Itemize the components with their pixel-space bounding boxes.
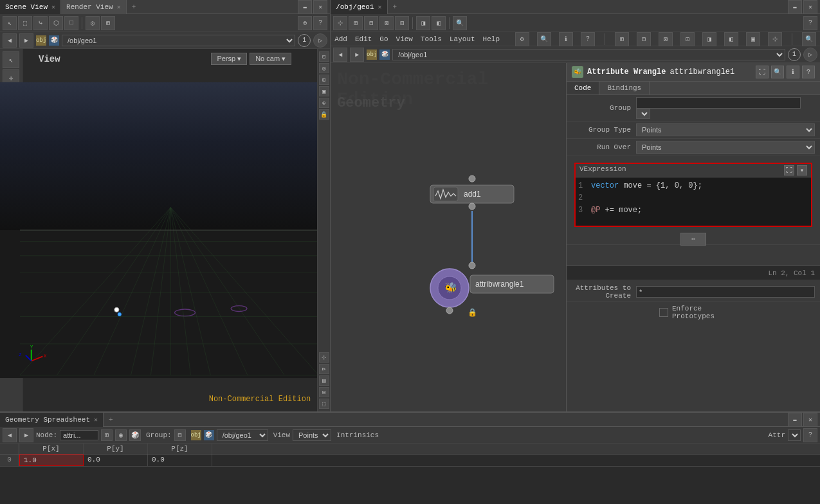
attr-create-input[interactable]: [636, 286, 815, 298]
attr-group-input[interactable]: [636, 97, 801, 109]
menu-view[interactable]: View: [396, 35, 413, 43]
bt-node-icon1[interactable]: ⊞: [101, 429, 113, 441]
tab-scene-view-close[interactable]: ✕: [51, 3, 55, 11]
menu-add[interactable]: Add: [334, 35, 347, 43]
bt-forward[interactable]: ▶: [19, 428, 33, 442]
ss-cell-py-0[interactable]: 0.0: [84, 455, 148, 466]
tool-camera[interactable]: □: [64, 16, 78, 30]
r-tool1[interactable]: ⊹: [333, 16, 347, 30]
right-panel-close[interactable]: ✕: [803, 0, 817, 14]
r-tool-b[interactable]: ⊟: [637, 32, 651, 46]
tab-render-view[interactable]: Render View ✕: [61, 0, 127, 14]
bottom-node-input[interactable]: [60, 430, 98, 440]
attr-search-btn[interactable]: 🔍: [771, 66, 784, 78]
bottom-panel-collapse[interactable]: ▬: [788, 413, 802, 427]
r-tool7[interactable]: ◧: [432, 16, 446, 30]
left-stream[interactable]: ▷: [313, 33, 327, 48]
menu-tools[interactable]: Tools: [421, 35, 442, 43]
tool-select[interactable]: ⬚: [18, 16, 32, 30]
tab-right-close[interactable]: ✕: [378, 3, 382, 11]
attr-info-btn[interactable]: ℹ: [787, 66, 799, 78]
r-tool4[interactable]: ⊠: [379, 16, 394, 30]
r-tool-zoom-in[interactable]: 🔍: [802, 32, 816, 46]
bottom-panel-close[interactable]: ✕: [803, 413, 817, 427]
code-editor[interactable]: VExpression ⛶ ▾ 1 vector move = {1, 0, 0…: [574, 163, 812, 227]
r-tool-a[interactable]: ⊞: [615, 32, 629, 46]
back-btn[interactable]: ◀: [3, 33, 17, 48]
bottom-attr-select[interactable]: ▾: [788, 429, 801, 441]
tool-snapping[interactable]: ⊕: [298, 16, 312, 30]
rt-btn8[interactable]: ⊳: [319, 364, 329, 374]
bt-path-dropdown[interactable]: /obj/geo1: [217, 429, 268, 441]
tool-brush[interactable]: ⬡: [49, 16, 63, 30]
bottom-view-select[interactable]: Points Vertices: [293, 429, 331, 441]
ss-col-py[interactable]: P[y]: [84, 444, 148, 454]
r-help[interactable]: ?: [803, 16, 817, 30]
left-panel-collapse[interactable]: ▬: [298, 0, 312, 14]
left-tab-add[interactable]: +: [127, 3, 141, 11]
bottom-tab-close[interactable]: ✕: [94, 416, 98, 424]
rt-btn10[interactable]: ⊟: [319, 387, 329, 397]
r-tool-e[interactable]: ◨: [702, 32, 716, 46]
code-dropdown-btn[interactable]: ▾: [797, 165, 807, 176]
r-tool-f[interactable]: ◧: [724, 32, 738, 46]
tab-geometry-spreadsheet[interactable]: Geometry Spreadsheet ✕: [0, 413, 104, 427]
right-panel-collapse[interactable]: ▬: [788, 0, 802, 14]
expand-handle[interactable]: ⋯: [680, 233, 706, 246]
r-tool5[interactable]: ⊡: [395, 16, 409, 30]
attr-help-btn[interactable]: ?: [802, 66, 815, 78]
r-tool3[interactable]: ⊟: [364, 16, 378, 30]
tool-help[interactable]: ?: [313, 16, 327, 30]
rt-btn4[interactable]: ▣: [319, 86, 329, 96]
menu-help[interactable]: Help: [483, 35, 500, 43]
tool-arrow[interactable]: ↖: [3, 16, 17, 30]
r-back[interactable]: ◀: [333, 48, 347, 62]
r-tool2[interactable]: ⊞: [349, 16, 363, 30]
ss-cell-pz-0[interactable]: 0.0: [148, 455, 212, 466]
tab-render-view-close[interactable]: ✕: [117, 3, 121, 11]
tool-render-opts[interactable]: ◎: [86, 16, 100, 30]
ss-col-pz[interactable]: P[z]: [148, 444, 212, 454]
bt-back[interactable]: ◀: [3, 428, 17, 442]
right-path-dropdown[interactable]: /obj/geo1: [392, 49, 785, 60]
r-tool-g[interactable]: ▣: [746, 32, 760, 46]
tool-display[interactable]: ⊞: [101, 16, 115, 30]
persp-button[interactable]: Persp ▾: [211, 53, 247, 65]
menu-go[interactable]: Go: [379, 35, 388, 43]
r-settings[interactable]: ⚙: [515, 32, 529, 46]
attr-group-type-dropdown[interactable]: Points Vertices Primitives Detail: [636, 123, 815, 136]
r-tool-d[interactable]: ⊡: [680, 32, 695, 46]
r-tool6[interactable]: ◨: [416, 16, 430, 30]
rt-btn11[interactable]: ⬚: [319, 399, 329, 409]
bt-help[interactable]: ?: [803, 428, 817, 442]
r-search2[interactable]: 🔍: [537, 32, 551, 46]
network-canvas[interactable]: Non-Commercial Edition Geometry: [331, 63, 566, 411]
r-tool-h[interactable]: ⊹: [768, 32, 782, 46]
cam-button[interactable]: No cam ▾: [250, 53, 291, 65]
attr-run-over-dropdown[interactable]: Points Vertices Primitives Detail: [636, 141, 815, 154]
attr-expand-btn[interactable]: ⛶: [756, 66, 769, 78]
r-info[interactable]: ℹ: [559, 32, 573, 46]
right-stream[interactable]: ▷: [803, 48, 817, 62]
rt-btn9[interactable]: ▤: [319, 375, 329, 386]
menu-layout[interactable]: Layout: [450, 35, 475, 43]
r-search[interactable]: 🔍: [453, 16, 467, 30]
ss-cell-px-0[interactable]: 1.0: [19, 455, 84, 466]
r-tool-c[interactable]: ⊠: [659, 32, 673, 46]
forward-btn[interactable]: ▶: [19, 33, 33, 48]
rt-btn7[interactable]: ⊹: [319, 352, 329, 363]
left-panel-close[interactable]: ✕: [313, 0, 327, 14]
rt-btn5[interactable]: ⊕: [319, 98, 329, 108]
right-tab-add[interactable]: +: [388, 3, 403, 11]
code-expand-btn[interactable]: ⛶: [784, 165, 794, 176]
attr-tab-code[interactable]: Code: [567, 82, 599, 94]
left-path-dropdown[interactable]: /obj/geo1: [62, 35, 295, 46]
r-forward[interactable]: ▶: [350, 48, 364, 62]
enforce-checkbox[interactable]: [659, 308, 668, 317]
rt-btn6[interactable]: 🔒: [319, 109, 329, 120]
r-help2[interactable]: ?: [581, 32, 595, 46]
tab-obj-geo1[interactable]: /obj/geo1 ✕: [331, 0, 387, 14]
tool-lasso[interactable]: ⤷: [33, 16, 48, 30]
bt-node-icon2[interactable]: ◉: [115, 429, 127, 441]
menu-edit[interactable]: Edit: [355, 35, 372, 43]
